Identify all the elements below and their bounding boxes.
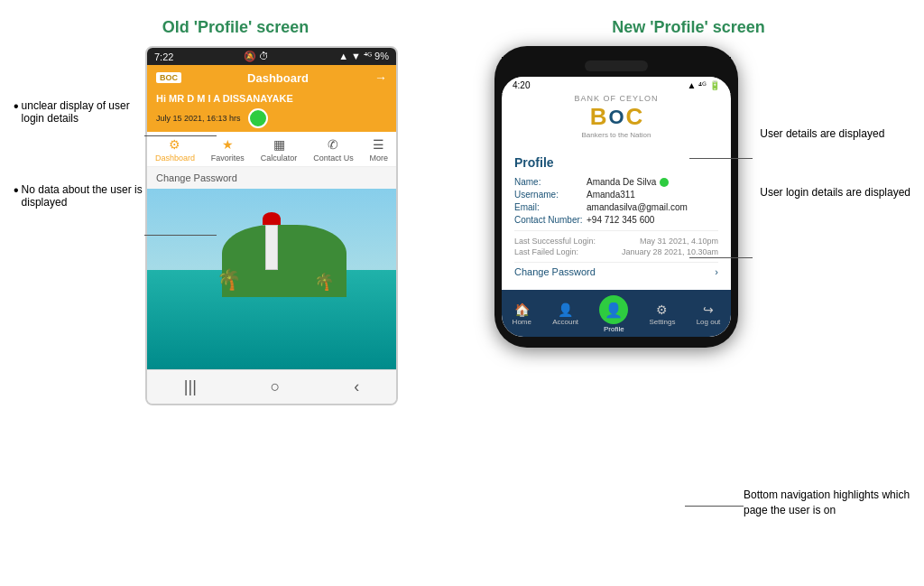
change-password-label: Change Password [514,266,596,277]
nav-calculator[interactable]: ▦ Calculator [261,137,298,163]
settings-icon: ⚙ [656,302,668,317]
new-phone-screen: 4:20 ▲ ⁴ᴳ 🔋 BANK OF CEYLON B O C Bankers… [502,77,731,337]
green-dot-icon [660,178,669,187]
boc-logo: B O C [590,103,643,131]
old-statusbar: 7:22 🔕 ⏱ ▲ ▼ ⁴ᴳ 9% [147,48,396,65]
nav-settings[interactable]: ⚙ Settings [650,302,676,326]
profile-title: Profile [514,155,718,170]
nav-favorites-label: Favorites [211,153,245,163]
profile-label: Profile [604,325,624,333]
username-label: Username: [514,190,587,200]
old-screen-title: Old 'Profile' screen [162,18,310,37]
annotation-no-data: • No data about the user is displayed [14,183,149,209]
settings-label: Settings [650,318,676,326]
bullet-1: • [14,99,19,114]
profile-divider [514,230,718,231]
lighthouse-image: 🌴 🌴 [147,189,396,369]
bullet-2: • [14,183,19,198]
name-value: Amanda De Silva [587,177,656,187]
right-annotations: User details are displayed User login de… [760,126,910,200]
old-header: BOC Dashboard → [147,65,396,90]
android-home-icon[interactable]: ○ [271,377,281,396]
last-success-label: Last Successful Login: [514,237,596,246]
new-statusbar: 4:20 ▲ ⁴ᴳ 🔋 [502,77,731,94]
contact-value: +94 712 345 600 [587,215,654,225]
profile-email-row: Email: amandasilva@gmail.com [514,202,718,212]
annotation-login-details: • unclear display of user login details [14,99,149,125]
profile-name-row: Name: Amanda De Silva [514,177,718,187]
lighthouse-top [263,212,281,225]
arrow-line-4 [689,257,753,258]
nav-account[interactable]: 👤 Account [552,302,578,326]
android-back-icon[interactable]: ‹ [354,377,359,396]
right-section: New 'Profile' screen 4:20 ▲ ⁴ᴳ 🔋 BANK OF… [462,18,915,568]
annotation-user-details: User details are displayed [760,126,910,142]
notch-bar [585,60,648,71]
logout-label: Log out [697,318,721,326]
palm-tree-1: 🌴 [217,268,241,292]
palm-tree-2: 🌴 [314,272,334,292]
contact-label: Contact Number: [514,215,587,225]
nav-calculator-label: Calculator [261,153,298,163]
header-arrow-icon: → [374,70,387,85]
nav-profile[interactable]: 👤 Profile [599,295,628,333]
arrow-line-5 [685,506,744,507]
old-status-icons: 🔕 ⏱ [244,51,269,62]
annotation-login-details-new: User login details are displayed [760,185,910,200]
left-section: Old 'Profile' screen 7:22 🔕 ⏱ ▲ ▼ ⁴ᴳ 9% … [9,18,462,568]
nav-contact[interactable]: ✆ Contact Us [313,137,354,163]
nav-home[interactable]: 🏠 Home [513,302,531,326]
nav-dashboard[interactable]: ⚙ Dashboard [155,137,195,163]
lighthouse-body [265,225,278,270]
nav-favorites[interactable]: ★ Favorites [211,137,245,163]
android-menu-icon[interactable]: ||| [184,377,197,396]
new-phone-navbar: 🏠 Home 👤 Account 👤 Profile ⚙ [502,290,731,337]
old-greeting: Hi MR D M I A DISSANAYAKE [147,90,396,107]
chevron-right-icon: › [715,266,718,277]
nav-logout[interactable]: ↪ Log out [697,302,721,326]
home-label: Home [513,318,531,326]
old-login-bar: July 15 2021, 16:13 hrs [147,107,396,132]
bottom-nav-text: Bottom navigation highlights which page … [744,488,910,516]
annotation-bottom-nav: Bottom navigation highlights which page … [744,488,910,518]
boc-letter-o: O [608,106,624,129]
old-time: 7:22 [154,51,173,62]
annotation-2-text: No data about the user is displayed [22,183,149,209]
name-value-row: Amanda De Silva [587,177,669,187]
old-phone-bottom: ||| ○ ‹ [147,369,396,404]
email-value: amandasilva@gmail.com [587,202,688,212]
new-time: 4:20 [513,80,530,90]
nav-more[interactable]: ☰ More [370,137,389,163]
last-success-value: May 31 2021, 4.10pm [640,237,718,246]
old-change-password: Change Password [147,167,396,189]
account-label: Account [552,318,578,326]
profile-contact-row: Contact Number: +94 712 345 600 [514,215,718,225]
new-signal: ▲ ⁴ᴳ 🔋 [688,80,720,90]
bank-name: BANK OF CEYLON [574,94,658,103]
dashboard-title: Dashboard [247,71,309,85]
more-icon: ☰ [373,137,384,152]
nav-dashboard-label: Dashboard [155,153,195,163]
email-label: Email: [514,202,587,212]
last-success-row: Last Successful Login: May 31 2021, 4.10… [514,237,718,246]
boc-logo-area: BANK OF CEYLON B O C Bankers to the Nati… [502,94,731,139]
new-phone-content: Profile Name: Amanda De Silva Username: [502,146,731,290]
old-navbar: ⚙ Dashboard ★ Favorites ▦ Calculator ✆ C… [147,132,396,167]
favorites-icon: ★ [222,137,234,152]
arrow-line-2 [144,235,217,236]
nav-contact-label: Contact Us [313,153,354,163]
boc-letter-b: B [590,103,607,131]
old-phone: 7:22 🔕 ⏱ ▲ ▼ ⁴ᴳ 9% BOC Dashboard → Hi MR… [145,46,398,405]
boc-badge: BOC [156,72,181,83]
account-icon: 👤 [558,302,573,317]
old-signal: ▲ ▼ ⁴ᴳ 9% [338,51,389,62]
new-phone: 4:20 ▲ ⁴ᴳ 🔋 BANK OF CEYLON B O C Bankers… [494,46,738,348]
home-icon: 🏠 [514,302,530,317]
dashboard-icon: ⚙ [169,137,180,152]
profile-active-circle: 👤 [599,295,628,324]
change-password-row[interactable]: Change Password › [514,262,718,281]
last-failed-row: Last Failed Login: January 28 2021, 10.3… [514,247,718,256]
contact-icon: ✆ [328,137,338,152]
new-screen-title: New 'Profile' screen [612,18,765,37]
logout-icon: ↪ [703,302,714,317]
